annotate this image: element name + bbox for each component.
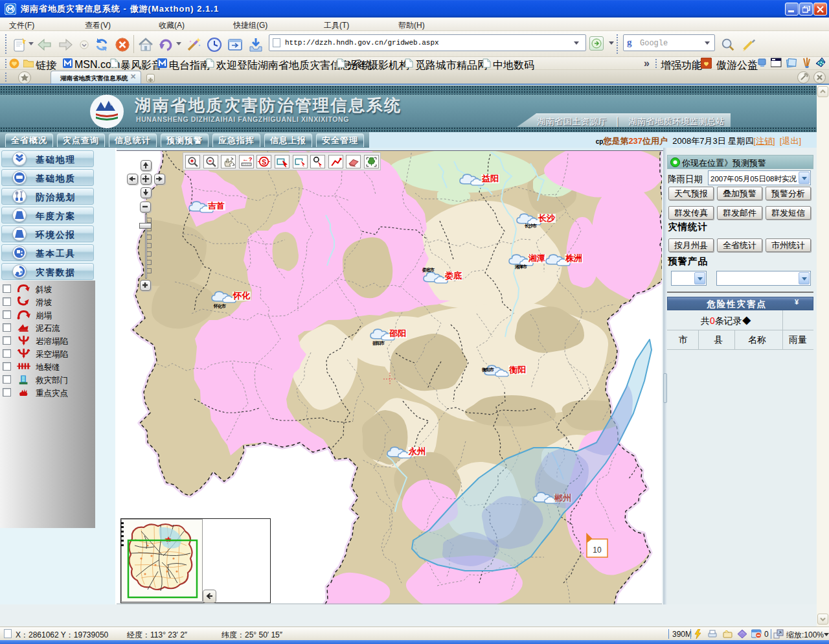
svg-text:10: 10	[593, 546, 602, 555]
svg-text:←?→: ←?→	[242, 156, 253, 163]
svg-text:S: S	[262, 158, 266, 166]
